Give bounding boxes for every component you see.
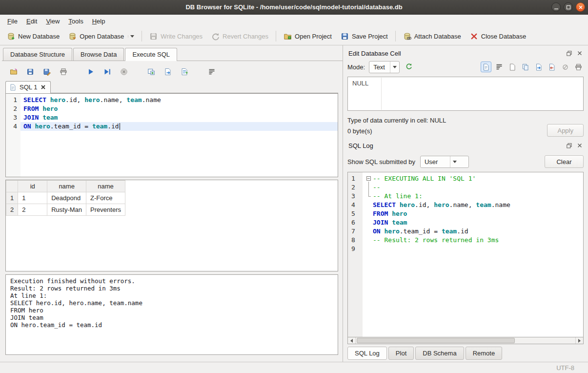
apply-button[interactable]: Apply: [547, 124, 584, 137]
save-sql-file-icon[interactable]: [25, 66, 36, 77]
float-dock-button[interactable]: [566, 143, 572, 149]
new-database-button[interactable]: New Database: [3, 30, 63, 43]
result-cell[interactable]: Rusty-Man: [47, 204, 86, 216]
sql-file-icon: [10, 84, 16, 91]
editor-code-line[interactable]: ON hero.team_id = team.id: [20, 122, 338, 131]
export-data-icon[interactable]: [547, 62, 557, 72]
editor-code-line[interactable]: FROM hero: [20, 104, 338, 113]
log-code-line[interactable]: SELECT hero.id, hero.name, team.name: [363, 201, 583, 209]
execute-all-icon[interactable]: [85, 66, 96, 77]
mode-select[interactable]: Text: [369, 61, 400, 73]
revert-changes-button[interactable]: Revert Changes: [207, 30, 272, 43]
results-column-header[interactable]: id: [18, 181, 47, 192]
maximize-button[interactable]: [564, 2, 573, 12]
editor-code-line[interactable]: JOIN team: [20, 113, 338, 122]
open-project-button[interactable]: Open Project: [280, 30, 336, 43]
close-dock-button[interactable]: [576, 143, 583, 149]
open-sql-file-icon[interactable]: [8, 66, 19, 77]
attach-database-button[interactable]: Attach Database: [399, 30, 465, 43]
scrollbar-track[interactable]: [356, 337, 575, 344]
tab-plot[interactable]: Plot: [388, 347, 414, 360]
log-code-line[interactable]: FROM hero: [363, 209, 583, 218]
window-title: DB Browser for SQLite - /home/user/code/…: [0, 3, 588, 11]
titlebar[interactable]: DB Browser for SQLite - /home/user/code/…: [0, 0, 588, 15]
open-new-tab-icon[interactable]: [146, 66, 157, 77]
close-dock-button[interactable]: [576, 50, 583, 57]
log-code-line[interactable]: JOIN team: [363, 218, 583, 227]
scrollbar-thumb[interactable]: [357, 338, 515, 343]
open-database-dropdown[interactable]: [128, 35, 134, 38]
export-sql-icon[interactable]: [162, 66, 173, 77]
menu-tools[interactable]: Tools: [64, 16, 87, 27]
table-row[interactable]: 11DeadpondZ-Force: [6, 192, 125, 204]
minimize-button[interactable]: [551, 2, 561, 12]
copy-icon[interactable]: [520, 62, 531, 72]
new-document-icon[interactable]: [507, 62, 518, 72]
sql-document-tab[interactable]: SQL 1: [5, 81, 51, 93]
edit-cell-dock-buttons: [566, 50, 583, 57]
log-code-line[interactable]: −-- EXECUTING ALL IN 'SQL 1': [363, 174, 583, 183]
menu-view[interactable]: View: [41, 16, 64, 27]
tab-execute-sql[interactable]: Execute SQL: [125, 48, 177, 61]
sql-log-horizontal-scrollbar[interactable]: [347, 337, 584, 344]
import-data-icon[interactable]: [533, 62, 544, 72]
result-cell[interactable]: 2: [18, 204, 47, 216]
log-code-line[interactable]: --: [363, 183, 583, 192]
execution-log[interactable]: Execution finished without errors. Resul…: [5, 274, 338, 355]
cell-type-info: Type of data currently in cell: NULL: [347, 115, 446, 126]
log-code-line[interactable]: [363, 245, 583, 253]
main-tab-bar: Database Structure Browse Data Execute S…: [2, 47, 343, 61]
set-null-icon[interactable]: [560, 62, 570, 72]
result-cell[interactable]: Z-Force: [86, 192, 125, 204]
log-code-line[interactable]: -- At line 1:: [363, 192, 583, 201]
tab-remote[interactable]: Remote: [466, 347, 503, 360]
close-button[interactable]: [576, 2, 585, 12]
sql-log-code[interactable]: −-- EXECUTING ALL IN 'SQL 1'---- At line…: [363, 172, 583, 337]
sql-editor-code[interactable]: SELECT hero.id, hero.name, team.nameFROM…: [20, 94, 338, 177]
write-changes-button[interactable]: Write Changes: [145, 30, 206, 43]
sql-log-view[interactable]: 123456789 −-- EXECUTING ALL IN 'SQL 1'--…: [347, 172, 584, 337]
result-cell[interactable]: Preventers: [86, 204, 125, 216]
menu-file[interactable]: File: [3, 16, 22, 27]
open-database-label: Open Database: [80, 33, 124, 40]
text-document-icon[interactable]: [481, 62, 491, 72]
print-icon[interactable]: [573, 62, 584, 72]
results-column-header[interactable]: name: [47, 181, 86, 192]
open-database-button[interactable]: Open Database: [64, 30, 138, 43]
fold-collapse-icon[interactable]: −: [365, 174, 373, 183]
menu-edit[interactable]: Edit: [22, 16, 41, 27]
close-database-button[interactable]: Close Database: [466, 30, 530, 43]
tab-sql-log[interactable]: SQL Log: [347, 347, 387, 360]
result-cell[interactable]: 1: [18, 192, 47, 204]
editor-code-line[interactable]: SELECT hero.id, hero.name, team.name: [20, 96, 338, 104]
execute-current-line-icon[interactable]: [102, 66, 113, 77]
tab-db-schema[interactable]: DB Schema: [415, 347, 464, 360]
log-code-line[interactable]: ON hero.team_id = team.id: [363, 227, 583, 236]
log-filter-select[interactable]: User: [420, 156, 469, 168]
scroll-right-button[interactable]: [575, 337, 583, 344]
word-wrap-icon[interactable]: [494, 62, 505, 72]
cell-editor[interactable]: NULL: [347, 77, 584, 111]
sql-tab-close-button[interactable]: [41, 84, 46, 90]
close-tab-icon: [41, 84, 46, 90]
result-cell[interactable]: Deadpond: [47, 192, 86, 204]
format-sql-icon[interactable]: [179, 66, 190, 77]
table-row[interactable]: 22Rusty-ManPreventers: [6, 204, 125, 216]
stop-icon[interactable]: [119, 66, 129, 77]
print-icon[interactable]: [58, 66, 69, 77]
word-wrap-icon[interactable]: [206, 66, 217, 77]
save-sql-file-as-icon[interactable]: [41, 66, 52, 77]
scroll-left-button[interactable]: [348, 337, 356, 344]
fold-collapse-box[interactable]: −: [366, 176, 371, 181]
results-column-header[interactable]: name: [86, 181, 125, 192]
apply-changes-icon[interactable]: [404, 62, 414, 72]
float-dock-button[interactable]: [566, 50, 572, 57]
encoding-indicator[interactable]: UTF-8: [556, 364, 574, 372]
save-project-button[interactable]: Save Project: [337, 30, 392, 43]
sql-editor[interactable]: 1234 SELECT hero.id, hero.name, team.nam…: [5, 93, 338, 177]
log-code-line[interactable]: -- Result: 2 rows returned in 3ms: [363, 236, 583, 245]
tab-browse-data[interactable]: Browse Data: [73, 48, 124, 61]
clear-log-button[interactable]: Clear: [545, 155, 584, 168]
tab-database-structure[interactable]: Database Structure: [3, 48, 72, 61]
menu-help[interactable]: Help: [88, 16, 110, 27]
